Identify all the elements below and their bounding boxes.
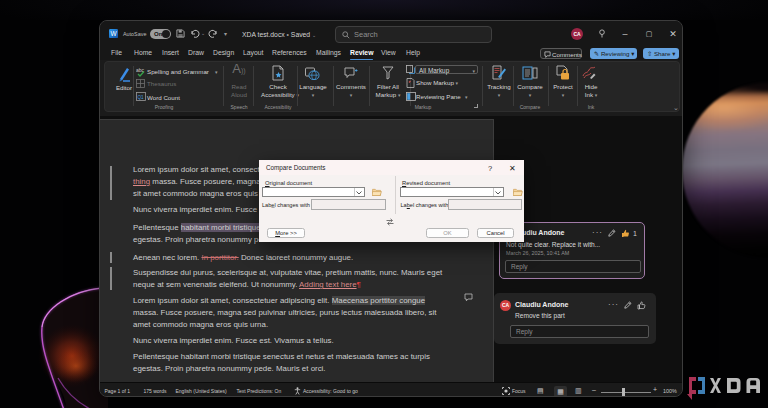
svg-text:Q1: Q1 [138,95,145,100]
svg-text:W: W [110,30,117,37]
